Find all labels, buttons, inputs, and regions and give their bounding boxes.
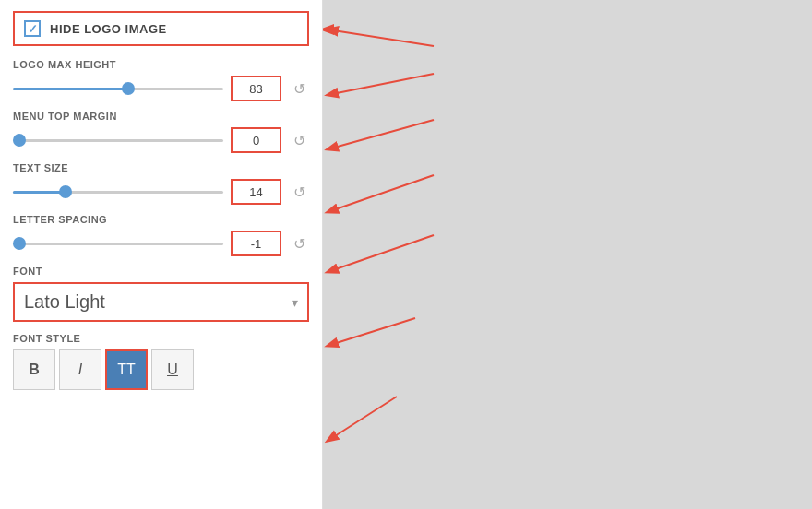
- text-size-reset[interactable]: ↺: [289, 182, 309, 202]
- logo-max-height-value[interactable]: 83: [231, 76, 281, 101]
- logo-max-height-slider[interactable]: [13, 80, 223, 97]
- svg-line-6: [328, 318, 415, 346]
- italic-button[interactable]: I: [59, 349, 102, 390]
- menu-top-margin-slider[interactable]: [13, 132, 223, 148]
- letter-spacing-row: -1 ↺: [13, 231, 309, 256]
- menu-top-margin-label: MENU TOP MARGIN: [13, 111, 309, 122]
- letter-spacing-value[interactable]: -1: [231, 231, 281, 256]
- hide-logo-row[interactable]: ✓ HIDE LOGO IMAGE: [13, 11, 309, 46]
- letter-spacing-label: LETTER SPACING: [13, 214, 309, 225]
- letter-spacing-slider[interactable]: [13, 235, 223, 252]
- text-size-value[interactable]: 14: [231, 179, 281, 205]
- font-value: Lato Light: [24, 291, 105, 313]
- hide-logo-checkbox[interactable]: ✓: [24, 20, 41, 37]
- text-size-label: TEXT SIZE: [13, 162, 309, 173]
- font-style-label: FONT STYLE: [13, 333, 309, 344]
- settings-panel: ✓ HIDE LOGO IMAGE LOGO MAX HEIGHT 83 ↺ M…: [0, 0, 323, 509]
- menu-top-margin-value[interactable]: 0: [231, 127, 281, 153]
- svg-line-5: [328, 235, 434, 272]
- font-style-buttons: B I TT U: [13, 349, 309, 390]
- svg-line-3: [328, 120, 434, 149]
- font-dropdown[interactable]: Lato Light ▾: [13, 282, 309, 322]
- svg-line-2: [328, 74, 434, 95]
- font-label: FONT: [13, 266, 309, 277]
- check-icon: ✓: [28, 23, 38, 35]
- preview-panel: [323, 0, 812, 509]
- menu-top-margin-reset[interactable]: ↺: [289, 130, 309, 150]
- svg-line-1: [328, 30, 434, 46]
- text-size-slider[interactable]: [13, 183, 223, 200]
- underline-button[interactable]: U: [151, 349, 194, 390]
- menu-top-margin-row: 0 ↺: [13, 127, 309, 153]
- logo-max-height-label: LOGO MAX HEIGHT: [13, 59, 309, 70]
- bold-button[interactable]: B: [13, 349, 55, 390]
- tt-button[interactable]: TT: [105, 349, 148, 390]
- text-size-row: 14 ↺: [13, 179, 309, 205]
- letter-spacing-reset[interactable]: ↺: [289, 233, 309, 254]
- logo-max-height-row: 83 ↺: [13, 76, 309, 101]
- svg-line-4: [328, 175, 434, 212]
- chevron-down-icon: ▾: [292, 295, 298, 310]
- svg-line-7: [328, 397, 397, 441]
- hide-logo-label: HIDE LOGO IMAGE: [50, 22, 167, 36]
- logo-max-height-reset[interactable]: ↺: [289, 78, 309, 99]
